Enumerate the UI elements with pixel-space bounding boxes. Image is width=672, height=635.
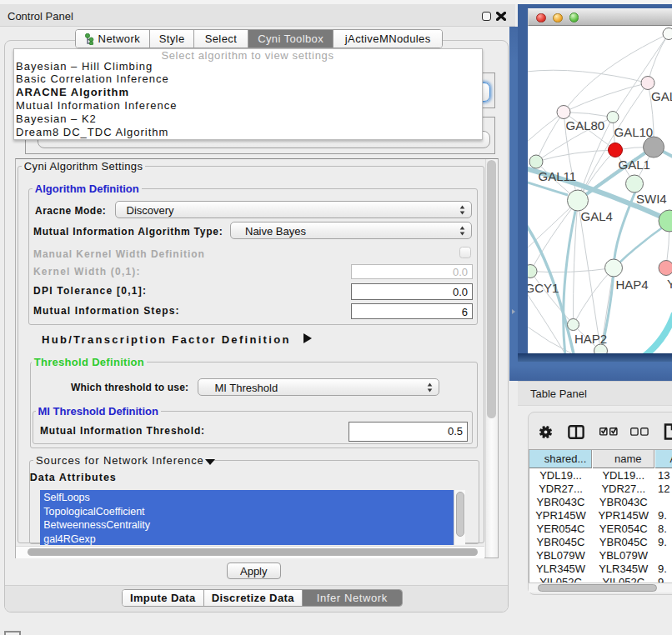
svg-text:YJR048W: YJR048W bbox=[667, 277, 672, 291]
svg-text:GAL10: GAL10 bbox=[614, 124, 654, 138]
svg-text:GAL1: GAL1 bbox=[619, 158, 650, 172]
svg-text:GAL7: GAL7 bbox=[651, 89, 672, 103]
svg-text:GAL11: GAL11 bbox=[539, 168, 577, 182]
svg-text:HAP2: HAP2 bbox=[574, 332, 607, 346]
svg-text:GAL80: GAL80 bbox=[566, 118, 605, 132]
svg-text:GAL4: GAL4 bbox=[581, 208, 613, 222]
svg-text:HAP4: HAP4 bbox=[616, 277, 649, 291]
svg-text:GCY1: GCY1 bbox=[528, 280, 559, 294]
svg-text:SWI4: SWI4 bbox=[636, 191, 667, 205]
